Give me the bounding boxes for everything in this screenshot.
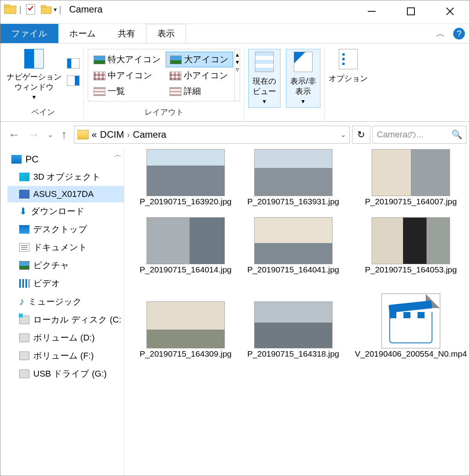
thumbnail-icon — [372, 217, 450, 264]
file-item[interactable]: P_20190715_164014.jpg — [140, 217, 232, 275]
tree-item-pc[interactable]: PC — [7, 151, 124, 168]
address-bar[interactable]: « DCIM › Camera ⌄ — [74, 126, 350, 144]
close-button[interactable] — [430, 0, 470, 22]
navigation-pane-label: ナビゲーション ウィンドウ — [7, 72, 61, 92]
options-icon — [339, 49, 358, 69]
navigation-pane-button[interactable]: ナビゲーション ウィンドウ ▼ — [7, 49, 61, 101]
show-hide-button[interactable]: 表示/非 表示 ▼ — [286, 49, 320, 108]
tree-item-videos[interactable]: ビデオ — [7, 274, 124, 292]
ribbon-tabs: ファイル ホーム 共有 表示 ︿ ? — [0, 24, 470, 43]
ribbon: ナビゲーション ウィンドウ ▼ ペイン 特大アイコン 大アイコン — [0, 43, 470, 122]
qat-dropdown-icon[interactable]: ▾ — [54, 6, 57, 13]
new-folder-icon[interactable] — [40, 3, 53, 16]
layout-details[interactable]: 詳細 — [166, 84, 233, 99]
tab-share[interactable]: 共有 — [107, 24, 146, 43]
tree-item-volume-f[interactable]: ボリューム (F:) — [7, 347, 124, 365]
thumbnail-icon — [254, 149, 333, 196]
thumbnail-icon — [254, 217, 333, 264]
chevron-down-icon: ▼ — [262, 98, 267, 105]
navigation-pane-icon — [24, 49, 44, 69]
svg-rect-3 — [41, 7, 51, 14]
svg-rect-1 — [4, 5, 10, 7]
layout-small[interactable]: 小アイコン — [166, 68, 233, 83]
details-pane-button[interactable] — [67, 76, 80, 86]
tree-item-music[interactable]: ♪ミュージック — [7, 292, 124, 311]
tree-scroll-up[interactable]: ︿ — [114, 150, 121, 159]
minimize-button[interactable] — [352, 0, 391, 22]
svg-rect-6 — [407, 8, 414, 15]
current-view-icon — [255, 52, 274, 72]
collapse-ribbon-icon[interactable]: ︿ — [431, 24, 450, 43]
tree-item-asus[interactable]: ASUS_X017DA — [7, 186, 124, 202]
thumbnail-icon — [254, 301, 333, 348]
tab-home[interactable]: ホーム — [58, 24, 107, 43]
up-button[interactable]: ↑ — [61, 128, 67, 141]
back-button[interactable]: ← — [8, 128, 20, 141]
gallery-scroll-down[interactable]: ▾ — [236, 58, 239, 66]
titlebar: | ▾ | Camera — [0, 0, 470, 24]
ribbon-group-panes: ペイン — [31, 105, 55, 121]
video-file-icon — [381, 294, 440, 348]
file-item[interactable]: P_20190715_164041.jpg — [247, 217, 339, 275]
layout-medium[interactable]: 中アイコン — [90, 68, 165, 83]
qat-sep: | — [19, 4, 22, 14]
file-item[interactable]: P_20190715_163920.jpg — [140, 149, 232, 207]
file-list[interactable]: P_20190715_163920.jpg P_20190715_163931.… — [124, 148, 470, 476]
thumbnail-icon — [146, 217, 225, 264]
chevron-right-icon[interactable]: › — [127, 130, 130, 139]
file-item[interactable]: P_20190715_163931.jpg — [247, 149, 339, 207]
nav-row: ← → ⌄ ↑ « DCIM › Camera ⌄ ↻ Cameraの... 🔍 — [0, 122, 470, 148]
gallery-scroll-up[interactable]: ▴ — [236, 51, 239, 58]
layout-gallery[interactable]: 特大アイコン 大アイコン 中アイコン 小アイコン 一覧 詳細 — [88, 49, 235, 101]
breadcrumb-dcim[interactable]: DCIM — [100, 129, 124, 140]
tree-item-pictures[interactable]: ピクチャ — [7, 256, 124, 274]
file-item[interactable]: V_20190406_200554_N0.mp4 — [355, 294, 467, 359]
ribbon-group-layout: レイアウト — [145, 105, 184, 121]
layout-list[interactable]: 一覧 — [90, 84, 165, 99]
svg-rect-4 — [41, 5, 46, 7]
show-hide-icon — [294, 52, 313, 72]
thumbnail-icon — [372, 149, 450, 196]
maximize-button[interactable] — [391, 0, 430, 22]
show-hide-label: 表示/非 表示 — [290, 76, 316, 96]
window-title: Camera — [69, 4, 102, 15]
folder-icon — [4, 3, 17, 16]
tree-item-localdisk-c[interactable]: ローカル ディスク (C: — [7, 311, 124, 329]
chevron-down-icon: ▼ — [300, 98, 306, 105]
tree-item-desktop[interactable]: デスクトップ — [7, 220, 124, 238]
thumbnail-icon — [146, 301, 225, 348]
qat-sep2: | — [59, 4, 61, 14]
properties-icon[interactable] — [24, 3, 37, 16]
file-item[interactable]: P_20190715_164309.jpg — [140, 301, 232, 359]
tree-item-downloads[interactable]: ⬇ダウンロード — [7, 202, 124, 220]
search-placeholder: Cameraの... — [377, 129, 424, 141]
tree-item-volume-d[interactable]: ボリューム (D:) — [7, 329, 124, 347]
folder-icon — [78, 130, 89, 139]
breadcrumb-prefix: « — [92, 129, 97, 140]
history-dropdown[interactable]: ⌄ — [47, 130, 53, 139]
help-button[interactable]: ? — [453, 28, 465, 40]
tree-item-documents[interactable]: ドキュメント — [7, 238, 124, 256]
address-dropdown-icon[interactable]: ⌄ — [340, 130, 346, 139]
layout-large[interactable]: 大アイコン — [166, 52, 233, 67]
layout-extra-large[interactable]: 特大アイコン — [90, 52, 165, 67]
options-button[interactable]: オプション — [329, 49, 368, 83]
navigation-tree[interactable]: ︿ PC 3D オブジェクト ASUS_X017DA ⬇ダウンロード デスクトッ… — [0, 148, 124, 476]
tree-item-3dobjects[interactable]: 3D オブジェクト — [7, 168, 124, 186]
file-item[interactable]: P_20190715_164318.jpg — [247, 301, 339, 359]
current-view-button[interactable]: 現在の ビュー ▼ — [248, 49, 280, 108]
tab-file[interactable]: ファイル — [0, 24, 58, 43]
refresh-button[interactable]: ↻ — [352, 126, 370, 144]
gallery-expand[interactable]: ▿ — [236, 66, 239, 73]
forward-button[interactable]: → — [28, 128, 40, 141]
search-input[interactable]: Cameraの... 🔍 — [372, 126, 466, 144]
file-item[interactable]: P_20190715_164053.jpg — [355, 217, 467, 275]
thumbnail-icon — [146, 149, 225, 196]
chevron-down-icon: ▼ — [31, 94, 37, 101]
tab-view[interactable]: 表示 — [146, 24, 186, 43]
file-item[interactable]: P_20190715_164007.jpg — [355, 149, 467, 207]
breadcrumb-camera[interactable]: Camera — [133, 129, 166, 140]
current-view-label: 現在の ビュー — [253, 76, 276, 96]
tree-item-usb-g[interactable]: USB ドライブ (G:) — [7, 365, 124, 383]
preview-pane-button[interactable] — [67, 58, 80, 69]
